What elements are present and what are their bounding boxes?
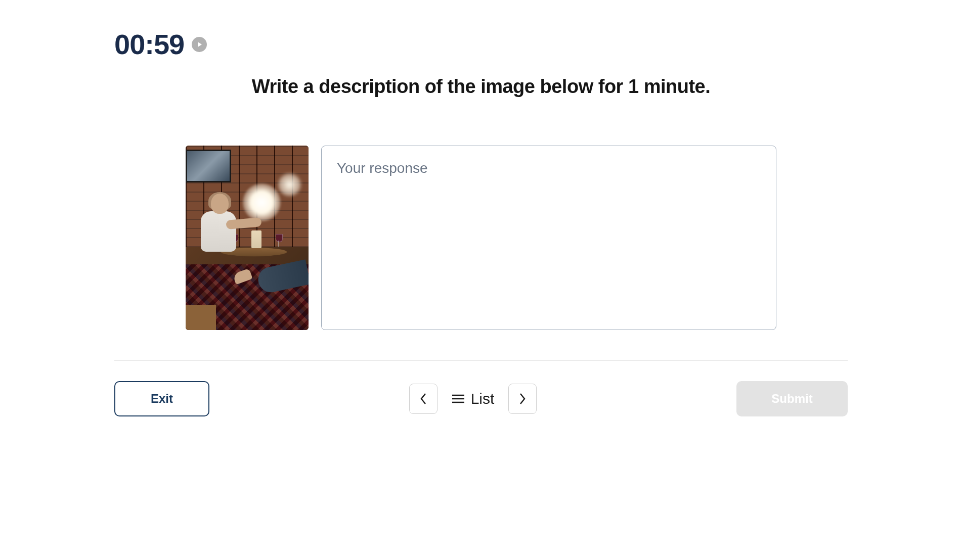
list-icon bbox=[452, 394, 465, 404]
exit-button[interactable]: Exit bbox=[114, 381, 209, 416]
timer-row: 00:59 bbox=[114, 28, 848, 61]
response-textarea[interactable] bbox=[321, 146, 776, 330]
submit-button[interactable]: Submit bbox=[736, 381, 848, 416]
list-label: List bbox=[471, 390, 495, 407]
main-container: 00:59 Write a description of the image b… bbox=[114, 0, 848, 416]
content-row bbox=[114, 146, 848, 330]
chevron-left-icon bbox=[420, 393, 427, 405]
play-icon bbox=[197, 41, 203, 48]
footer-row: Exit List bbox=[114, 381, 848, 416]
play-button[interactable] bbox=[192, 37, 207, 52]
divider bbox=[114, 360, 848, 361]
chevron-right-icon bbox=[519, 393, 526, 405]
prompt-title: Write a description of the image below f… bbox=[114, 76, 848, 98]
timer-display: 00:59 bbox=[114, 28, 184, 61]
prev-button[interactable] bbox=[409, 384, 438, 414]
prompt-image bbox=[186, 146, 309, 330]
next-button[interactable] bbox=[508, 384, 537, 414]
list-button[interactable]: List bbox=[448, 390, 499, 407]
nav-group: List bbox=[409, 384, 537, 414]
